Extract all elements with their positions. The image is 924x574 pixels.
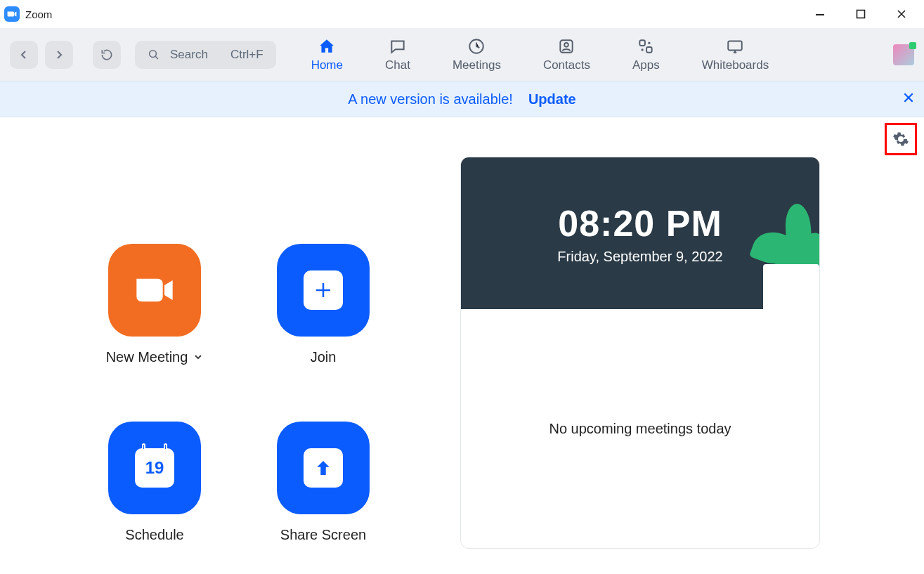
titlebar: Zoom [0,0,924,28]
svg-rect-6 [640,40,646,46]
video-icon [108,244,201,337]
chat-icon [389,37,407,56]
action-label: Schedule [125,527,183,543]
tab-label: Meetings [453,58,501,72]
calendar-day: 19 [145,458,164,478]
gear-icon [892,131,909,148]
calendar-icon: 19 [135,448,174,488]
window-controls [810,4,918,24]
action-label: Join [311,349,337,365]
clock-time: 08:20 PM [558,202,722,244]
banner-message: A new version is available! [348,91,513,107]
search-shortcut: Ctrl+F [230,48,263,62]
svg-rect-7 [646,47,652,53]
plant-decoration-icon [749,215,819,309]
banner-update-link[interactable]: Update [528,91,576,107]
whiteboard-icon [726,37,744,56]
tab-home[interactable]: Home [311,28,343,81]
clock-panel: 08:20 PM Friday, September 9, 2022 [461,157,819,309]
search-icon [148,48,160,61]
svg-rect-1 [857,11,865,18]
svg-rect-10 [729,41,743,50]
tab-apps[interactable]: Apps [632,28,660,81]
toolbar: Search Ctrl+F Home Chat Meetings Contact… [0,28,924,81]
home-icon [318,37,336,56]
tab-meetings[interactable]: Meetings [453,28,501,81]
action-label: New Meeting [106,349,188,365]
minimize-button[interactable] [810,4,830,24]
action-label: Share Screen [280,527,366,543]
calendar-card: 08:20 PM Friday, September 9, 2022 No up… [460,157,820,549]
tab-label: Home [311,58,343,72]
tab-label: Whiteboards [702,58,769,72]
tab-chat[interactable]: Chat [385,28,410,81]
banner-close-button[interactable] [903,92,914,106]
zoom-logo-icon [4,6,20,22]
home-actions: New Meeting Join 19 Sch [84,244,393,543]
tab-label: Contacts [543,58,590,72]
chevron-down-icon[interactable] [193,349,203,365]
history-button[interactable] [93,41,121,69]
upcoming-empty-text: No upcoming meetings today [549,421,731,437]
svg-point-8 [649,41,651,44]
tab-contacts[interactable]: Contacts [543,28,590,81]
nav-forward-button[interactable] [45,41,73,69]
nav-tabs: Home Chat Meetings Contacts Apps Whitebo… [311,28,769,81]
svg-point-5 [565,43,569,47]
arrow-up-icon [304,448,343,488]
settings-button[interactable] [885,123,917,155]
clock-icon [467,37,486,56]
apps-icon [637,37,655,56]
svg-point-2 [150,50,157,57]
profile-avatar[interactable] [893,44,914,65]
tab-label: Apps [632,58,660,72]
clock-date: Friday, September 9, 2022 [557,249,722,265]
svg-rect-0 [816,14,824,15]
contacts-icon [557,37,575,56]
search-input[interactable]: Search Ctrl+F [135,41,276,69]
new-meeting-button[interactable]: New Meeting [84,244,225,365]
tab-whiteboards[interactable]: Whiteboards [702,28,769,81]
close-button[interactable] [892,4,911,24]
search-placeholder: Search [170,48,208,62]
titlebar-left: Zoom [4,6,52,22]
schedule-button[interactable]: 19 Schedule [84,422,225,543]
maximize-button[interactable] [851,4,871,24]
upcoming-panel: No upcoming meetings today [461,309,819,548]
svg-point-9 [642,48,644,51]
plus-icon [304,270,343,310]
window-title: Zoom [25,8,52,20]
update-banner: A new version is available! Update [0,81,924,117]
share-screen-button[interactable]: Share Screen [253,422,393,543]
nav-back-button[interactable] [10,41,38,69]
join-button[interactable]: Join [253,244,393,365]
tab-label: Chat [385,58,410,72]
home-main: New Meeting Join 19 Sch [0,117,924,574]
